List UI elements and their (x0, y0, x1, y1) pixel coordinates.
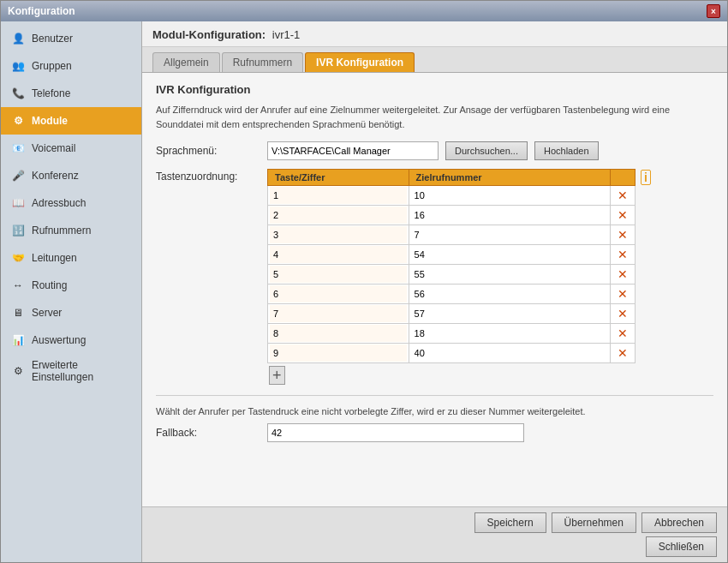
auswertung-icon: 📊 (9, 332, 27, 349)
sidebar-item-routing[interactable]: ↔Routing (1, 272, 141, 299)
tastenzuordnung-label: Tastenzuordnung: (156, 169, 267, 183)
sidebar-item-erweiterte[interactable]: ⚙Erweiterte Einstellungen (1, 354, 141, 388)
right-panel: Modul-Konfiguration: ivr1-1 Allgemein Ru… (142, 21, 727, 562)
ziel-input-7[interactable] (411, 325, 608, 342)
delete-row-button-0[interactable]: ✕ (614, 189, 631, 202)
table-row: ✕ (268, 225, 636, 245)
main-content: 👤Benutzer👥Gruppen📞Telefone⚙Module📧Voicem… (1, 21, 727, 562)
taste-input-8[interactable] (270, 344, 407, 362)
sidebar-item-rufnummern[interactable]: 🔢Rufnummern (1, 217, 141, 244)
sidebar-label-routing: Routing (32, 279, 67, 291)
ziel-input-3[interactable] (411, 246, 608, 263)
sidebar-label-auswertung: Auswertung (32, 334, 86, 346)
taste-input-2[interactable] (270, 226, 407, 243)
delete-row-button-7[interactable]: ✕ (614, 326, 631, 340)
taste-input-3[interactable] (270, 246, 407, 263)
delete-row-button-3[interactable]: ✕ (614, 248, 631, 261)
sidebar-label-adressbuch: Adressbuch (32, 197, 86, 209)
tab-rufnummern[interactable]: Rufnummern (222, 52, 303, 72)
sidebar-item-module[interactable]: ⚙Module (1, 107, 141, 135)
sidebar: 👤Benutzer👥Gruppen📞Telefone⚙Module📧Voicem… (1, 21, 142, 562)
voicemail-icon: 📧 (9, 140, 27, 157)
browse-button[interactable]: Durchsuchen... (445, 141, 528, 160)
module-icon: ⚙ (9, 112, 27, 129)
sidebar-item-leitungen[interactable]: 🤝Leitungen (1, 244, 141, 272)
delete-row-button-5[interactable]: ✕ (614, 287, 631, 301)
bottom-bar: Speichern Übernehmen Abbrechen Schließen (142, 506, 727, 562)
tastenzuordnung-row: Tastenzuordnung: Taste/Ziffer Zielrufnum… (156, 169, 713, 385)
ziel-input-6[interactable] (411, 305, 608, 322)
delete-row-button-2[interactable]: ✕ (614, 228, 631, 242)
rufnummern-icon: 🔢 (9, 222, 27, 239)
ziel-input-5[interactable] (411, 285, 608, 302)
fallback-row: Fallback: (156, 423, 713, 442)
sidebar-label-benutzer: Benutzer (32, 33, 73, 45)
sidebar-label-gruppen: Gruppen (32, 60, 72, 72)
taste-input-4[interactable] (270, 266, 407, 283)
ziel-input-1[interactable] (411, 207, 608, 224)
benutzer-icon: 👤 (9, 30, 27, 47)
ubernehmen-button[interactable]: Übernehmen (552, 512, 636, 533)
leitungen-icon: 🤝 (9, 249, 27, 267)
table-row: ✕ (268, 324, 636, 344)
main-window: Konfiguration × 👤Benutzer👥Gruppen📞Telefo… (0, 0, 728, 563)
delete-row-button-1[interactable]: ✕ (614, 208, 631, 222)
sidebar-label-module: Module (32, 115, 68, 127)
taste-input-6[interactable] (270, 305, 407, 322)
table-row: ✕ (268, 186, 636, 206)
schliessen-button[interactable]: Schließen (646, 536, 717, 557)
action-buttons-row: Speichern Übernehmen Abbrechen (474, 512, 717, 533)
telefone-icon: 📞 (9, 85, 27, 102)
sidebar-item-gruppen[interactable]: 👥Gruppen (1, 52, 141, 80)
fallback-label: Fallback: (156, 427, 267, 439)
table-row: ✕ (268, 265, 636, 284)
sidebar-label-erweiterte: Erweiterte Einstellungen (32, 359, 133, 383)
table-row: ✕ (268, 344, 636, 363)
sidebar-label-leitungen: Leitungen (32, 252, 77, 264)
sprachmenu-label: Sprachmenü: (156, 145, 267, 157)
sidebar-label-server: Server (32, 307, 62, 319)
fallback-input[interactable] (267, 423, 524, 442)
info-icon: i (641, 171, 651, 184)
bottom-buttons: Speichern Übernehmen Abbrechen Schließen (474, 512, 717, 557)
speichern-button[interactable]: Speichern (474, 512, 546, 533)
abbrechen-button[interactable]: Abbrechen (641, 512, 717, 533)
col-taste-header: Taste/Ziffer (268, 170, 409, 186)
sidebar-label-rufnummern: Rufnummern (32, 225, 91, 237)
add-row-button[interactable]: + (269, 367, 713, 385)
sidebar-item-auswertung[interactable]: 📊Auswertung (1, 326, 141, 354)
taste-input-5[interactable] (270, 285, 407, 302)
sidebar-item-adressbuch[interactable]: 📖Adressbuch (1, 189, 141, 217)
delete-row-button-6[interactable]: ✕ (614, 307, 631, 320)
ziel-input-8[interactable] (411, 344, 608, 362)
col-action-header (610, 170, 635, 186)
taste-input-1[interactable] (270, 207, 407, 224)
sidebar-label-voicemail: Voicemail (32, 142, 75, 154)
sidebar-label-telefone: Telefone (32, 87, 70, 99)
taste-input-0[interactable] (270, 187, 407, 204)
routing-icon: ↔ (9, 277, 27, 294)
sidebar-item-konferenz[interactable]: 🎤Konferenz (1, 162, 141, 189)
upload-button[interactable]: Hochladen (534, 141, 599, 160)
taste-input-7[interactable] (270, 325, 407, 342)
sidebar-label-konferenz: Konferenz (32, 170, 79, 182)
sidebar-item-telefone[interactable]: 📞Telefone (1, 80, 141, 107)
sidebar-item-voicemail[interactable]: 📧Voicemail (1, 135, 141, 162)
window-close-button[interactable]: × (707, 4, 720, 18)
title-bar: Konfiguration × (1, 1, 727, 21)
delete-row-button-8[interactable]: ✕ (614, 346, 631, 360)
erweiterte-icon: ⚙ (9, 362, 27, 380)
sidebar-item-benutzer[interactable]: 👤Benutzer (1, 25, 141, 52)
sidebar-item-server[interactable]: 🖥Server (1, 299, 141, 326)
tab-allgemein[interactable]: Allgemein (152, 52, 220, 72)
table-row: ✕ (268, 304, 636, 324)
ziel-input-0[interactable] (411, 187, 608, 204)
ziel-input-2[interactable] (411, 226, 608, 243)
delete-row-button-4[interactable]: ✕ (614, 267, 631, 281)
konferenz-icon: 🎤 (9, 167, 27, 184)
tastenzuordnung-section: Tastenzuordnung: Taste/Ziffer Zielrufnum… (156, 169, 713, 385)
ziel-input-4[interactable] (411, 266, 608, 283)
sprachmenu-input[interactable] (267, 141, 439, 160)
col-ziel-header: Zielrufnummer (409, 170, 610, 186)
tab-ivr[interactable]: IVR Konfiguration (305, 52, 415, 72)
